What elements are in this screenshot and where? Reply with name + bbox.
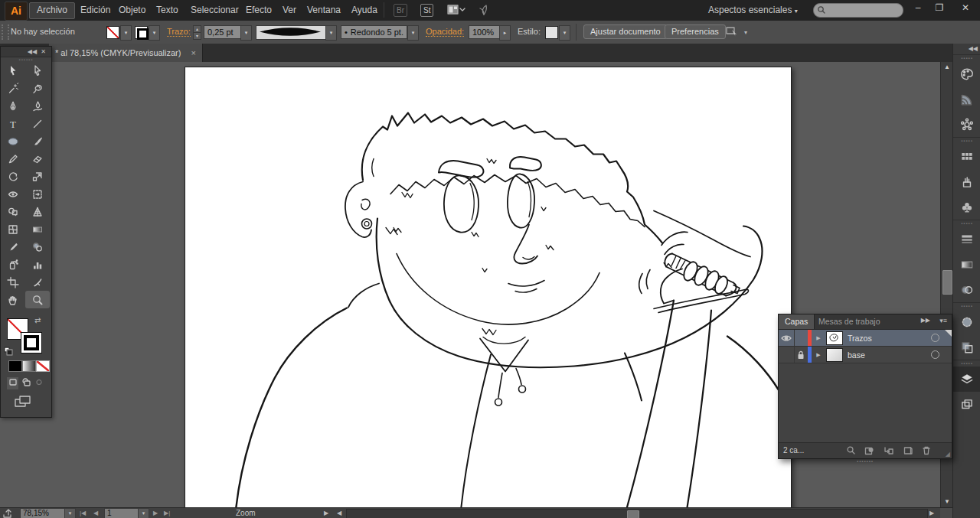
- stroke-color-indicator[interactable]: [21, 332, 42, 353]
- close-button[interactable]: ✕: [952, 0, 978, 15]
- menu-archivo[interactable]: Archivo: [29, 2, 75, 19]
- layer-target-circle[interactable]: [929, 330, 941, 346]
- panel-drag-gripper[interactable]: ▪▪▪▪▪▪▪: [848, 459, 882, 464]
- menu-efecto[interactable]: Efecto: [239, 2, 279, 18]
- menu-objeto[interactable]: Objeto: [112, 2, 152, 18]
- visibility-toggle[interactable]: [779, 347, 795, 363]
- controlbar-gripper[interactable]: [2, 24, 9, 40]
- workspace-switcher[interactable]: Aspectos esenciales ▾: [708, 5, 798, 15]
- type-tool[interactable]: T: [1, 115, 25, 132]
- dock-group-gripper[interactable]: ▪▪▪▪▪: [953, 302, 980, 309]
- locate-object-icon[interactable]: [846, 445, 856, 458]
- hand-tool[interactable]: [1, 291, 25, 308]
- artboard-dropdown[interactable]: ▼: [138, 508, 149, 518]
- menu-seleccionar[interactable]: Seleccionar: [184, 2, 246, 18]
- width-profile-preview[interactable]: [256, 25, 326, 40]
- mesh-tool[interactable]: [1, 220, 25, 238]
- eyedropper-tool[interactable]: [1, 238, 25, 256]
- draw-normal-icon[interactable]: [7, 377, 18, 389]
- brushes-panel-icon[interactable]: [953, 169, 980, 194]
- new-layer-icon[interactable]: [903, 445, 913, 458]
- stroke-panel-icon[interactable]: [953, 226, 980, 252]
- stroke-dropdown[interactable]: ▾: [149, 25, 160, 41]
- layer-row-trazos[interactable]: ▶ Trazos: [779, 330, 952, 347]
- free-transform-tool[interactable]: [25, 185, 50, 203]
- new-sublayer-icon[interactable]: [884, 445, 893, 458]
- first-artboard-button[interactable]: |◀: [80, 510, 86, 516]
- dock-group-gripper[interactable]: ▪▪▪▪▪: [953, 360, 980, 367]
- artboard[interactable]: [185, 67, 792, 507]
- symbol-sprayer-tool[interactable]: [1, 256, 25, 273]
- scroll-down-arrow[interactable]: ▼: [941, 498, 953, 505]
- none-mode-button[interactable]: [36, 360, 50, 372]
- draw-behind-icon[interactable]: [20, 377, 31, 389]
- eraser-tool[interactable]: [25, 150, 50, 168]
- scroll-up-arrow[interactable]: ▲: [941, 64, 953, 70]
- gradient-panel-icon[interactable]: [953, 252, 980, 277]
- color-panel-icon[interactable]: [953, 61, 980, 86]
- line-segment-tool[interactable]: [25, 115, 50, 132]
- curvature-pen-tool[interactable]: [25, 97, 50, 115]
- gradient-tool[interactable]: [25, 220, 50, 238]
- dock-collapse-icon[interactable]: ◀◀: [953, 44, 980, 54]
- color-themes-panel-icon[interactable]: [953, 112, 980, 137]
- panel-toggle-dropdown[interactable]: ▾: [744, 29, 747, 36]
- document-tab[interactable]: * al 78,15% (CMYK/Previsualizar) ×: [49, 44, 203, 62]
- opacity-label[interactable]: Opacidad:: [426, 27, 464, 37]
- visibility-toggle[interactable]: [779, 330, 795, 346]
- default-fill-stroke-icon[interactable]: [4, 347, 13, 358]
- delete-layer-icon[interactable]: [921, 445, 931, 458]
- cs-live-icon[interactable]: [476, 2, 492, 20]
- swatches-panel-icon[interactable]: [953, 144, 980, 169]
- hscroll-left-arrow[interactable]: ◀: [337, 510, 341, 516]
- horizontal-scrollbar[interactable]: [346, 509, 928, 518]
- magic-wand-tool[interactable]: [1, 80, 25, 97]
- rotate-tool[interactable]: [1, 168, 25, 185]
- column-graph-tool[interactable]: [25, 256, 50, 273]
- artboard-tool[interactable]: [1, 273, 25, 291]
- selection-tool[interactable]: [1, 62, 25, 80]
- restore-button[interactable]: ❐: [928, 0, 951, 15]
- swap-fill-stroke-icon[interactable]: ⇄: [34, 316, 41, 324]
- disclosure-triangle[interactable]: ▶: [813, 330, 824, 346]
- stroke-width-field[interactable]: 0,25 pt: [204, 25, 243, 39]
- brush-definition-field[interactable]: •Redondo 5 pt.: [341, 25, 407, 39]
- arrange-documents-icon[interactable]: [447, 5, 466, 18]
- blend-tool[interactable]: [25, 238, 50, 256]
- color-mode-button[interactable]: [8, 360, 22, 372]
- horizontal-scroll-thumb[interactable]: [627, 510, 639, 518]
- style-dropdown[interactable]: ▾: [559, 25, 570, 41]
- search-input[interactable]: [813, 3, 903, 18]
- layer-thumbnail[interactable]: [826, 330, 843, 346]
- collapse-panel-icon[interactable]: ◀◀: [28, 48, 37, 55]
- hscroll-right-arrow[interactable]: ▶: [929, 510, 934, 516]
- layer-target-circle[interactable]: [929, 347, 941, 363]
- fit-document-button[interactable]: Ajustar documento: [583, 24, 668, 39]
- zoom-level-field[interactable]: 78,15%: [20, 508, 66, 518]
- zoom-level-dropdown[interactable]: ▼: [64, 508, 76, 518]
- layer-row-base[interactable]: ▶ base: [779, 347, 952, 363]
- dock-group-gripper[interactable]: ▪▪▪▪▪: [953, 137, 980, 144]
- layer-name[interactable]: base: [848, 347, 865, 363]
- stroke-width-dropdown[interactable]: ▾: [240, 25, 252, 41]
- panel-expand-icon[interactable]: ▶▶: [921, 317, 930, 324]
- close-panel-icon[interactable]: ✕: [41, 48, 46, 55]
- tab-capas[interactable]: Capas: [779, 314, 815, 329]
- menu-texto[interactable]: Texto: [149, 2, 185, 18]
- panel-menu-icon[interactable]: ▾≡: [939, 317, 947, 324]
- pen-tool[interactable]: [1, 97, 25, 115]
- bridge-button[interactable]: Br: [394, 4, 407, 17]
- paintbrush-tool[interactable]: [25, 132, 50, 150]
- ellipse-tool[interactable]: [1, 132, 25, 150]
- symbols-panel-icon[interactable]: [953, 194, 980, 220]
- brush-dropdown[interactable]: ▾: [407, 25, 419, 41]
- screen-mode-icon[interactable]: [15, 396, 31, 410]
- clipping-mask-icon[interactable]: [864, 445, 874, 458]
- opacity-field[interactable]: 100%: [469, 25, 502, 39]
- lock-toggle[interactable]: [794, 347, 808, 363]
- fill-dropdown[interactable]: ▾: [120, 25, 132, 41]
- panel-toggle-icon[interactable]: [726, 26, 740, 40]
- zoom-tool[interactable]: [25, 291, 50, 308]
- width-profile-dropdown[interactable]: ▾: [325, 25, 337, 41]
- graphic-styles-panel-icon[interactable]: [953, 334, 980, 360]
